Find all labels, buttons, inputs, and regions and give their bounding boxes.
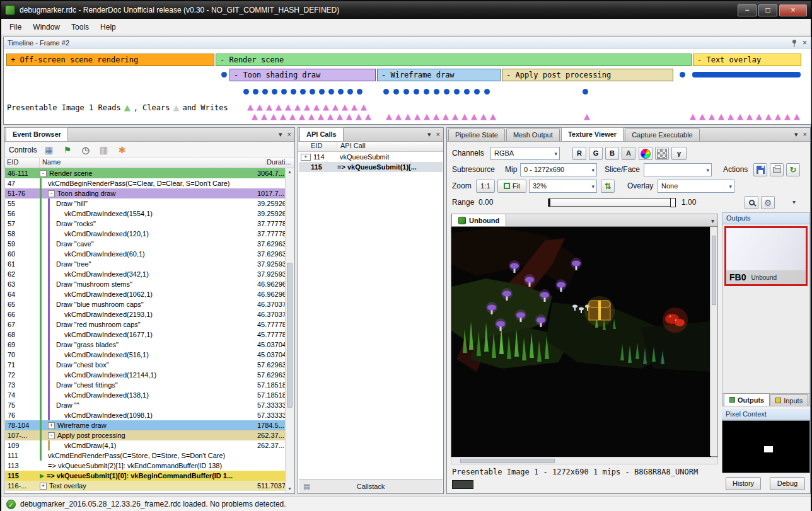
write-marker-triangle[interactable]: ▲ (252, 113, 258, 120)
write-marker-triangle[interactable]: ▲ (327, 113, 334, 120)
zoom-fit-button[interactable]: Fit (497, 180, 526, 193)
event-dot[interactable] (403, 89, 409, 95)
texture-horizontal-scrollbar[interactable] (451, 457, 718, 464)
write-marker-triangle[interactable]: ▲ (433, 113, 439, 120)
write-marker-triangle[interactable]: ▲ (746, 113, 753, 120)
event-row[interactable]: 58vkCmdDrawIndexed(120,1)37.77778 (5, 229, 285, 239)
timeline-marker-bar[interactable]: - Toon shading draw (229, 69, 376, 81)
event-row[interactable]: 63Draw "mushroom stems"46.96296 (5, 279, 285, 289)
write-marker-triangle[interactable]: ▲ (342, 103, 348, 111)
texture-display[interactable] (451, 226, 718, 457)
close-icon[interactable]: × (287, 130, 291, 139)
write-marker-triangle[interactable]: ▲ (323, 103, 329, 111)
event-row[interactable]: 109vkCmdDraw(4,1)262.37... (5, 440, 285, 451)
range-slider[interactable] (548, 198, 675, 207)
event-dot[interactable] (357, 89, 362, 95)
stats-icon[interactable]: ▥ (98, 144, 110, 156)
event-dot[interactable] (424, 89, 429, 95)
filter-icon[interactable]: ▦ (44, 144, 55, 156)
expander-icon[interactable]: + (48, 422, 55, 429)
dropdown-icon[interactable]: ▾ (279, 130, 282, 139)
zoom-select[interactable]: 32%▾ (529, 180, 597, 193)
api-call-row[interactable]: 115=> vkQueueSubmit(1)[... (299, 162, 443, 172)
save-button[interactable] (753, 163, 767, 176)
write-marker-triangle[interactable]: ▲ (784, 113, 791, 120)
event-dot[interactable] (583, 89, 588, 95)
dropdown-icon[interactable]: ▾ (794, 130, 798, 139)
event-dot[interactable] (328, 89, 334, 95)
tab-event-browser[interactable]: Event Browser (6, 127, 68, 141)
write-marker-triangle[interactable]: ▲ (756, 113, 762, 120)
write-marker-triangle[interactable]: ▲ (765, 113, 772, 120)
event-dot[interactable] (338, 89, 344, 95)
write-marker-triangle[interactable]: ▲ (405, 113, 411, 120)
column-duration[interactable]: Durati... (265, 158, 294, 168)
write-marker-triangle[interactable]: ▲ (471, 113, 477, 120)
event-row[interactable]: 116-...+Text overlay511.7037 (5, 481, 285, 491)
write-marker-triangle[interactable]: ▲ (584, 113, 590, 120)
event-row[interactable]: 78-104+Wireframe draw1784.5... (5, 420, 285, 430)
write-marker-triangle[interactable]: ▲ (365, 113, 371, 120)
event-row[interactable]: 60vkCmdDrawIndexed(60,1)37.62963 (5, 249, 285, 259)
menu-help[interactable]: Help (95, 20, 122, 35)
event-row[interactable]: 51-76-Toon shading draw1017.7... (5, 188, 285, 198)
event-dot[interactable] (393, 89, 399, 95)
range-white-point-handle[interactable] (670, 198, 676, 207)
range-settings-button[interactable]: ⚙ (761, 196, 775, 209)
event-dot[interactable] (243, 89, 249, 95)
write-marker-triangle[interactable]: ▲ (737, 113, 743, 120)
color-wheel-button[interactable] (639, 147, 652, 160)
close-button[interactable]: × (779, 4, 807, 16)
write-marker-triangle[interactable]: ▲ (351, 103, 357, 111)
scroll-down-icon[interactable]: ▼ (286, 485, 294, 493)
event-dot[interactable] (300, 89, 306, 95)
channel-g-button[interactable]: G (589, 147, 603, 160)
event-dot[interactable] (281, 89, 287, 95)
write-marker-triangle[interactable]: ▲ (247, 103, 253, 111)
expander-icon[interactable]: + (40, 483, 47, 490)
event-row[interactable]: 69Draw "grass blades"45.03704 (5, 340, 285, 350)
write-marker-triangle[interactable]: ▲ (285, 103, 291, 111)
zoom-range-button[interactable] (745, 196, 758, 209)
scroll-thumb[interactable] (460, 459, 555, 463)
timeline-marker-bar[interactable]: + Off-screen scene rendering (6, 54, 214, 66)
options-icon[interactable]: ✱ (117, 144, 128, 156)
scroll-thumb[interactable] (712, 236, 716, 305)
menu-tools[interactable]: Tools (66, 20, 95, 35)
write-marker-triangle[interactable]: ▲ (452, 113, 458, 120)
debug-button[interactable]: Debug (770, 477, 805, 490)
event-dense-bar[interactable] (692, 72, 801, 78)
write-marker-triangle[interactable]: ▲ (718, 113, 724, 120)
callstack-bar[interactable]: ▤ Callstack (299, 479, 443, 493)
write-marker-triangle[interactable]: ▲ (490, 113, 496, 120)
event-dot[interactable] (444, 89, 450, 95)
expander-icon[interactable]: - (48, 190, 55, 197)
tab-api-calls[interactable]: API Calls (299, 127, 344, 141)
scroll-up-icon[interactable]: ▲ (286, 168, 294, 176)
fb0-thumbnail[interactable]: FB0 Unbound (724, 226, 808, 286)
maximize-button[interactable]: □ (758, 4, 777, 16)
write-marker-triangle[interactable]: ▲ (289, 113, 296, 120)
event-row[interactable]: 115▶=> vkQueueSubmit(1)[0]: vkBeginComma… (5, 471, 285, 481)
gamma-button[interactable]: γ (671, 147, 687, 160)
event-dot[interactable] (221, 72, 227, 78)
mip-select[interactable]: 0 - 1272x690▾ (520, 163, 597, 176)
write-marker-triangle[interactable]: ▲ (270, 113, 277, 120)
dropdown-icon[interactable]: ▾ (427, 130, 431, 139)
refresh-button[interactable]: ↻ (786, 163, 800, 176)
tab-capture-executable[interactable]: Capture Executable (625, 129, 700, 141)
write-marker-triangle[interactable]: ▲ (443, 113, 449, 120)
expander-icon[interactable]: + (301, 154, 311, 161)
event-row[interactable]: 75Draw ""57.33333 (5, 400, 285, 410)
api-call-row[interactable]: +114vkQueueSubmit (299, 152, 443, 162)
channel-b-button[interactable]: B (605, 147, 619, 160)
event-browser-scrollbar[interactable]: ▲ ▼ (285, 168, 294, 493)
title-bar[interactable]: debugmarker.rdc - RenderDoc Unofficial r… (1, 1, 811, 19)
tab-pipeline-state[interactable]: Pipeline State (448, 129, 505, 141)
expander-icon[interactable]: - (40, 170, 47, 177)
event-dot[interactable] (484, 89, 490, 95)
write-marker-triangle[interactable]: ▲ (775, 113, 781, 120)
event-dot[interactable] (253, 89, 258, 95)
time-icon[interactable]: ◷ (80, 144, 91, 156)
pin-icon[interactable] (791, 39, 798, 47)
